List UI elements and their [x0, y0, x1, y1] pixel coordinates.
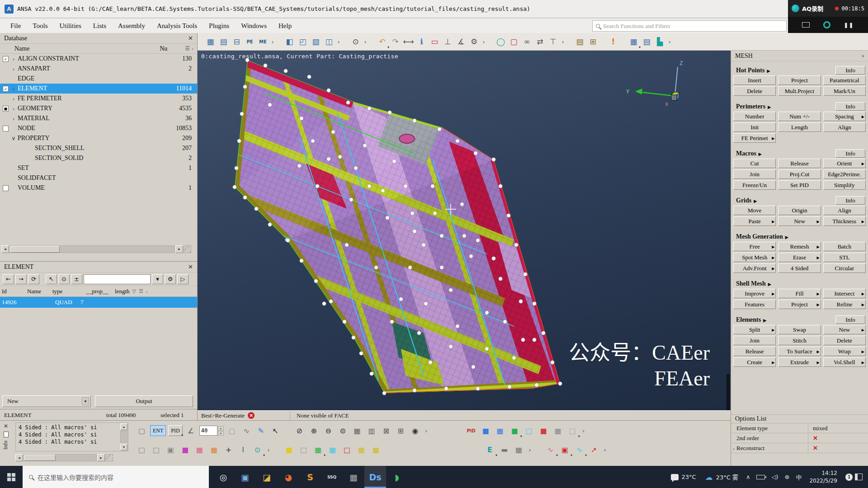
element-table-row[interactable]: 14926 QUAD 7: [0, 297, 197, 308]
more-icon[interactable]: ›: [527, 444, 533, 456]
chevron-right-icon[interactable]: ›: [146, 289, 148, 294]
compare-icon[interactable]: ◫: [323, 36, 335, 48]
mesh-function-button[interactable]: Proj.Cut: [778, 169, 821, 179]
mesh-function-button[interactable]: To Surface▶: [778, 347, 821, 356]
green-entity-icon[interactable]: ■▾: [509, 425, 521, 437]
mesh-function-button[interactable]: Stitch: [778, 336, 821, 345]
monitor-icon[interactable]: [802, 22, 810, 28]
notes-icon[interactable]: ▤: [574, 36, 586, 48]
mesh-function-button[interactable]: Swap: [778, 325, 821, 334]
input-language[interactable]: 中: [793, 473, 805, 481]
zoom-tool-icon[interactable]: ⊙: [349, 36, 362, 48]
settings-search-icon[interactable]: ⚙: [468, 36, 480, 48]
yellow-mesh-icon[interactable]: ▦: [355, 444, 368, 456]
database-tree-row[interactable]: › MATERIAL 36: [0, 113, 197, 123]
faces-icon[interactable]: ◧: [283, 36, 296, 48]
info-tab[interactable]: Info: [2, 441, 9, 450]
database-tree-row[interactable]: ✓ › ELEMENT 11014: [0, 84, 197, 94]
me-tag-icon[interactable]: ME: [257, 36, 269, 48]
mesh-function-button[interactable]: Insert: [733, 75, 776, 85]
pick-icon[interactable]: ↖: [46, 274, 57, 284]
mesh-function-button[interactable]: Project: [778, 75, 821, 85]
abort-icon[interactable]: ✕: [248, 412, 255, 419]
console-vscrollbar[interactable]: ▴ ▾: [120, 423, 127, 450]
mesh-function-button[interactable]: Adv.Front▶: [733, 263, 776, 273]
more-icon[interactable]: ›: [581, 425, 586, 437]
mesh-function-button[interactable]: Align: [823, 206, 866, 215]
table-column-header[interactable]: __prop__: [86, 288, 115, 295]
pid-color-icon[interactable]: PID: [465, 425, 477, 437]
database-tree-row[interactable]: EDGE: [0, 74, 197, 84]
database-tree-row[interactable]: SOLIDFACET: [0, 173, 197, 183]
console-hscrollbar[interactable]: ◂ ▸: [15, 454, 113, 461]
find-icon[interactable]: ⊙: [58, 274, 70, 284]
mesh-function-button[interactable]: Project▶: [778, 300, 821, 309]
mesh-function-button[interactable]: Join: [733, 336, 776, 345]
mesh-function-button[interactable]: Spacing▶: [823, 112, 866, 121]
menu-item[interactable]: Utilities: [53, 20, 87, 32]
menu-item[interactable]: File: [5, 20, 27, 32]
freehand-icon[interactable]: ∿: [241, 425, 253, 437]
mesh-function-button[interactable]: Set PID: [778, 180, 821, 190]
white-entity-icon[interactable]: □▾: [566, 425, 579, 437]
table-view-icon[interactable]: ▤: [641, 36, 653, 48]
expander-icon[interactable]: ›: [10, 56, 17, 62]
expander-icon[interactable]: ›: [10, 85, 17, 92]
scroll-up-icon[interactable]: ▴: [120, 423, 127, 430]
search-input[interactable]: [603, 23, 783, 30]
scroll-right-icon[interactable]: ▸: [97, 454, 105, 461]
connect-icon[interactable]: ∞: [521, 36, 533, 48]
taskbar-search[interactable]: 在这里输入你要搜索的内容: [23, 466, 209, 488]
mesh-function-button[interactable]: Vol.Shell▶: [823, 357, 866, 367]
column-name[interactable]: Name: [14, 45, 160, 52]
filter-invert-icon[interactable]: ⊜: [337, 425, 349, 437]
filter-none-icon[interactable]: ⊘: [293, 425, 306, 437]
taskbar-app-ssq[interactable]: SSQ: [321, 466, 343, 488]
info-icon[interactable]: ℹ: [415, 36, 428, 48]
menu-item[interactable]: Plugins: [203, 20, 235, 32]
menu-item[interactable]: Tools: [27, 20, 53, 32]
mesh-function-button[interactable]: Length: [778, 122, 821, 132]
database-tree-row[interactable]: ∨ PROPERTY 209: [0, 133, 197, 143]
range-icon[interactable]: ±: [71, 274, 82, 284]
option-row[interactable]: › Reconstruct ✕: [731, 443, 868, 453]
more-icon[interactable]: ›: [363, 36, 368, 48]
mesh-function-button[interactable]: Circular: [823, 263, 866, 273]
mesh-function-button[interactable]: Features: [733, 300, 776, 309]
database-tree-row[interactable]: NODE 10853: [0, 123, 197, 133]
start-button[interactable]: [0, 466, 23, 488]
element-filter-input[interactable]: [84, 274, 151, 284]
grid-dots-icon[interactable]: ▥: [366, 425, 378, 437]
resize-grip-icon[interactable]: [184, 245, 191, 253]
visibility-checkbox[interactable]: [3, 185, 9, 191]
entity-type-label[interactable]: SECTION_SHELL: [34, 145, 169, 152]
chart-view-icon[interactable]: ▙: [654, 36, 666, 48]
visibility-checkbox[interactable]: [3, 126, 9, 131]
expander-icon[interactable]: ›: [10, 66, 17, 72]
table-column-header[interactable]: length: [115, 288, 130, 295]
measure-icon[interactable]: ⟷: [402, 36, 415, 48]
lasso-icon[interactable]: ▢: [226, 425, 238, 437]
solid-box-icon[interactable]: ▣: [165, 444, 177, 456]
message-console[interactable]: 4 Sided : All macros' si4 Sided : All ma…: [15, 422, 128, 451]
mesh-function-button[interactable]: Init: [733, 122, 776, 132]
red-face-icon[interactable]: □: [341, 444, 353, 456]
mesh-function-button[interactable]: Simplify: [823, 180, 866, 190]
entity-type-label[interactable]: VOLUME: [17, 184, 169, 192]
chevron-down-icon[interactable]: ▾: [82, 397, 89, 405]
menu-item[interactable]: Lists: [87, 20, 112, 32]
magenta-box-icon[interactable]: ■: [179, 444, 191, 456]
lock-icon[interactable]: ⊠: [380, 425, 392, 437]
table-edit-icon[interactable]: ▦: [204, 36, 217, 48]
mesh-function-button[interactable]: Intersect▶: [823, 289, 866, 298]
more-icon[interactable]: ›: [481, 36, 486, 48]
filter-add-icon[interactable]: ⊕: [308, 425, 320, 437]
database-tree-row[interactable]: › FE PERIMETER 353: [0, 94, 197, 103]
function-search[interactable]: [592, 20, 787, 32]
entity-type-label[interactable]: PROPERTY: [17, 135, 169, 142]
more-icon[interactable]: ›: [270, 36, 275, 48]
pointer-icon[interactable]: ▷: [177, 274, 189, 284]
clipboard-icon[interactable]: ⊞: [587, 36, 599, 48]
mesh-function-button[interactable]: Extrude▶: [778, 357, 821, 367]
database-tree-row[interactable]: SECTION_SOLID 2: [0, 153, 197, 163]
